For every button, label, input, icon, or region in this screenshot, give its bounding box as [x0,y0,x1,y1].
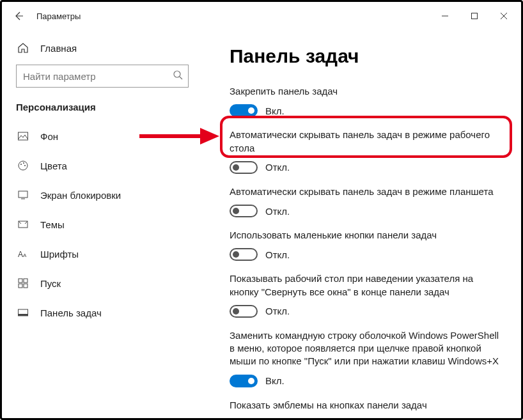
sidebar-item-background[interactable]: Фон [2,121,201,151]
sidebar-category: Персонализация [2,97,201,121]
toggle-lock-taskbar[interactable] [230,104,258,117]
svg-rect-12 [24,279,27,283]
search-input[interactable] [23,71,173,82]
sidebar-item-fonts[interactable]: AA Шрифты [2,239,201,268]
setting-label: Заменить командную строку оболочкой Wind… [230,329,501,368]
lockscreen-icon [16,189,30,201]
sidebar-item-colors[interactable]: Цвета [2,151,201,180]
sidebar-item-lockscreen[interactable]: Экран блокировки [2,180,201,210]
search-icon [173,70,183,82]
toggle-state: Откл. [265,162,290,173]
toggle-state: Откл. [265,249,290,260]
setting-autohide-tablet: Автоматически скрывать панель задач в ре… [230,185,501,217]
search-box[interactable] [16,65,189,88]
toggle-autohide-tablet[interactable] [230,205,258,217]
setting-label: Автоматически скрывать панель задач в ре… [230,128,501,155]
setting-label: Использовать маленькие кнопки панели зад… [230,229,501,242]
maximize-icon [471,12,478,20]
palette-icon [16,160,30,171]
setting-label: Показывать рабочий стол при наведении ук… [230,272,501,299]
sidebar-item-label: Темы [40,219,65,230]
settings-window: Параметры Главная Пер [0,0,523,420]
toggle-autohide-desktop[interactable] [230,161,258,174]
svg-point-4 [20,164,22,165]
svg-point-3 [19,161,27,170]
sidebar-item-themes[interactable]: Темы [2,210,201,239]
svg-rect-0 [472,13,478,19]
svg-point-6 [24,165,26,166]
sidebar-item-taskbar[interactable]: Панель задач [2,298,201,327]
svg-text:A: A [23,253,27,258]
window-title: Параметры [36,12,81,21]
svg-text:A: A [18,250,23,259]
close-button[interactable] [489,2,519,30]
home-icon [16,42,30,54]
sidebar: Главная Персонализация Фон Цвета [2,30,212,418]
svg-rect-7 [19,191,27,198]
sidebar-home-label: Главная [40,43,77,54]
toggle-state: Вкл. [265,375,285,386]
start-icon [16,277,30,289]
sidebar-nav: Фон Цвета Экран блокировки Темы AA Шрифт… [2,121,201,327]
sidebar-item-label: Шрифты [40,249,79,260]
toggle-powershell[interactable] [230,375,258,387]
toggle-peek-desktop[interactable] [230,305,258,318]
setting-autohide-desktop: Автоматически скрывать панель задач в ре… [230,128,501,174]
svg-point-5 [23,162,24,164]
arrow-left-icon [13,11,24,21]
back-button[interactable] [4,2,33,30]
toggle-state: Откл. [265,206,290,217]
minimize-icon [441,12,449,20]
sidebar-item-label: Панель задач [40,307,102,318]
sidebar-item-label: Экран блокировки [40,190,121,201]
svg-point-1 [174,71,180,77]
titlebar: Параметры [2,2,521,30]
sidebar-item-label: Цвета [40,160,67,171]
sidebar-item-label: Фон [40,131,58,142]
setting-label: Автоматически скрывать панель задач в ре… [230,185,501,198]
setting-label: Показать эмблемы на кнопках панели задач [230,399,501,412]
picture-icon [16,130,30,142]
setting-label: Закрепить панель задач [230,85,501,98]
setting-badges: Показать эмблемы на кнопках панели задач… [230,399,501,419]
svg-rect-14 [24,284,27,288]
setting-peek-desktop: Показывать рабочий стол при наведении ук… [230,272,501,318]
maximize-button[interactable] [460,2,489,30]
svg-rect-16 [19,314,28,316]
themes-icon [16,219,30,230]
setting-powershell: Заменить командную строку оболочкой Wind… [230,329,501,387]
close-icon [500,12,508,20]
setting-small-buttons: Использовать маленькие кнопки панели зад… [230,229,501,261]
setting-lock-taskbar: Закрепить панель задач Вкл. [230,85,501,117]
sidebar-home[interactable]: Главная [2,34,201,62]
toggle-state: Откл. [265,306,290,316]
fonts-icon: AA [16,248,30,260]
content: Панель задач Закрепить панель задач Вкл.… [212,30,521,418]
svg-rect-2 [19,132,28,140]
svg-rect-11 [19,279,22,283]
svg-rect-13 [19,284,22,288]
minimize-button[interactable] [430,2,460,30]
taskbar-icon [16,307,30,318]
toggle-state: Вкл. [265,105,285,116]
toggle-small-buttons[interactable] [230,248,258,261]
sidebar-item-start[interactable]: Пуск [2,268,201,298]
page-title: Панель задач [230,45,501,67]
sidebar-item-label: Пуск [40,278,61,289]
